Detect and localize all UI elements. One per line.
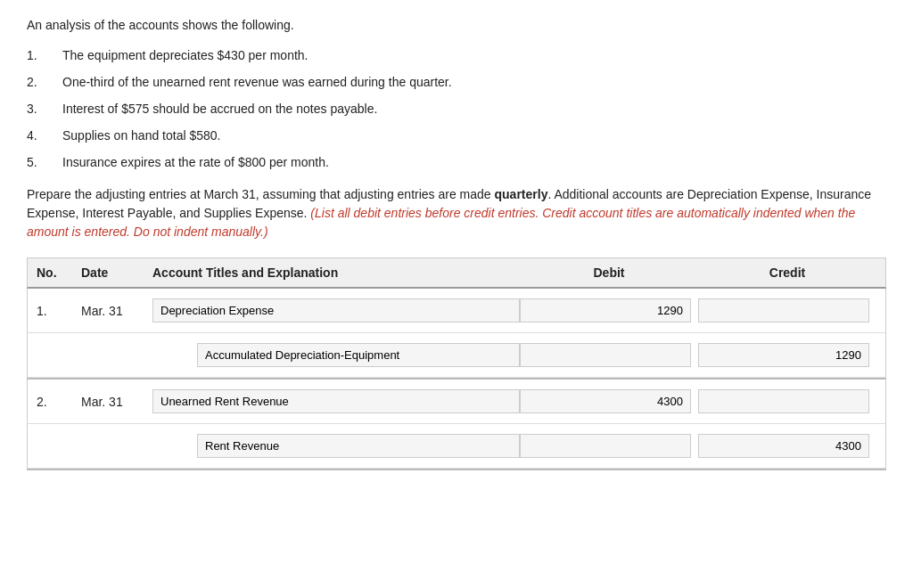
item-num: 2. [27, 75, 62, 89]
entry-1c-debit-input[interactable] [520, 343, 691, 367]
table-row [27, 424, 886, 469]
header-no: No. [37, 265, 81, 280]
entry-1c-debit-cell[interactable] [520, 343, 698, 367]
header-account: Account Titles and Explanation [152, 265, 520, 280]
item-text: Supplies on hand total $580. [62, 128, 220, 143]
item-text: Insurance expires at the rate of $800 pe… [62, 155, 329, 169]
entry-1-credit-account[interactable] [197, 343, 520, 367]
entry-group-1: 1. Mar. 31 [27, 289, 886, 380]
table-row: 1. Mar. 31 [27, 289, 886, 333]
entry-2-credit-cell[interactable] [698, 389, 876, 413]
header-debit: Debit [520, 265, 698, 280]
entry-2-debit-input[interactable] [520, 389, 691, 413]
entry-1-debit-input[interactable] [520, 298, 691, 323]
item-num: 5. [27, 155, 62, 169]
table-row: 2. Mar. 31 [27, 380, 886, 424]
entry-1-no: 1. [37, 304, 81, 318]
entry-2c-debit-input[interactable] [520, 434, 691, 458]
entry-group-2: 2. Mar. 31 [27, 380, 886, 470]
item-num: 3. [27, 102, 62, 116]
header-date: Date [81, 265, 152, 280]
item-num: 1. [27, 48, 62, 62]
entry-1-debit-cell[interactable] [520, 298, 698, 323]
entry-1-credit-cell[interactable] [698, 298, 876, 323]
table-row [27, 333, 886, 378]
entry-2-credit-account[interactable] [197, 434, 520, 458]
entry-1-account-input[interactable] [152, 298, 520, 323]
table-header: No. Date Account Titles and Explanation … [27, 257, 886, 289]
numbered-list: 1. The equipment depreciates $430 per mo… [27, 48, 886, 169]
list-item: 4. Supplies on hand total $580. [27, 128, 886, 143]
entry-2-debit-account[interactable] [152, 389, 520, 413]
entry-1-credit-input[interactable] [698, 298, 869, 323]
entry-2-debit-cell[interactable] [520, 389, 698, 413]
entry-2-date: Mar. 31 [81, 395, 152, 409]
entry-2-account-input[interactable] [152, 389, 520, 413]
entry-2c-debit-cell[interactable] [520, 434, 698, 458]
list-item: 1. The equipment depreciates $430 per mo… [27, 48, 886, 62]
entry-1-date: Mar. 31 [81, 304, 152, 318]
entry-2c-credit-cell[interactable] [698, 434, 876, 458]
entry-2c-account-input[interactable] [197, 434, 520, 458]
entry-1c-credit-input[interactable] [698, 343, 869, 367]
entry-1c-credit-cell[interactable] [698, 343, 876, 367]
entry-2-no: 2. [37, 395, 81, 409]
list-item: 2. One-third of the unearned rent revenu… [27, 75, 886, 89]
instructions-part1: Prepare the adjusting entries at March 3… [27, 187, 495, 201]
item-num: 4. [27, 128, 62, 143]
intro-text: An analysis of the accounts shows the fo… [27, 18, 886, 32]
item-text: Interest of $575 should be accrued on th… [62, 102, 377, 116]
entry-2-credit-input[interactable] [698, 389, 869, 413]
item-text: The equipment depreciates $430 per month… [62, 48, 308, 62]
entry-1-debit-account[interactable] [152, 298, 520, 323]
entry-1c-account-input[interactable] [197, 343, 520, 367]
instructions-bold: quarterly [495, 187, 548, 201]
list-item: 5. Insurance expires at the rate of $800… [27, 155, 886, 169]
instructions: Prepare the adjusting entries at March 3… [27, 185, 886, 241]
entry-2c-credit-input[interactable] [698, 434, 869, 458]
header-credit: Credit [698, 265, 876, 280]
item-text: One-third of the unearned rent revenue w… [62, 75, 452, 89]
list-item: 3. Interest of $575 should be accrued on… [27, 102, 886, 116]
